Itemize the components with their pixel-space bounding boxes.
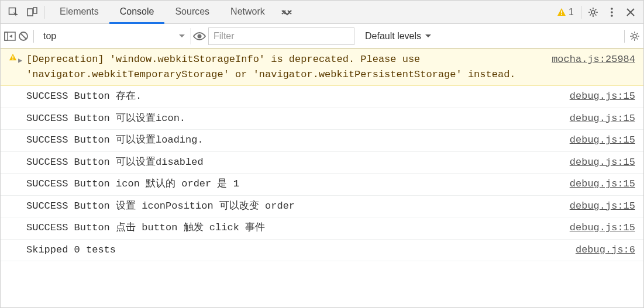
warnings-badge[interactable]: 1: [552, 7, 578, 18]
levels-label: Default levels: [365, 31, 421, 41]
log-source-link[interactable]: debug.js:15: [558, 89, 635, 104]
log-message: SUCCESS Button 设置 iconPosition 可以改变 orde…: [26, 199, 558, 214]
svg-point-8: [611, 15, 613, 17]
log-message: SUCCESS Button 可以设置icon.: [26, 111, 558, 126]
log-row: ▶[Deprecation] 'window.webkitStorageInfo…: [1, 49, 643, 86]
log-gutter: ▶: [9, 52, 26, 66]
warning-icon: [9, 53, 17, 61]
log-gutter: [9, 220, 26, 222]
divider: [44, 6, 44, 19]
log-levels-selector[interactable]: Default levels: [357, 31, 440, 41]
log-message: SUCCESS Button 可以设置disabled: [26, 155, 558, 170]
divider: [624, 30, 625, 43]
log-gutter: [9, 155, 26, 156]
tab-sources[interactable]: Sources: [164, 1, 220, 24]
device-toolbar-icon[interactable]: [23, 3, 42, 22]
tab-console[interactable]: Console: [109, 1, 165, 24]
log-gutter: [9, 243, 26, 244]
live-expression-icon[interactable]: [193, 32, 206, 41]
tab-network[interactable]: Network: [220, 1, 275, 24]
svg-rect-14: [12, 56, 13, 58]
log-row: SUCCESS Button 存在.debug.js:15: [1, 86, 643, 108]
log-gutter: [9, 89, 26, 90]
console-settings-icon[interactable]: [629, 31, 640, 41]
console-toolbar: top Default levels: [1, 24, 643, 49]
console-log-list: ▶[Deprecation] 'window.webkitStorageInfo…: [1, 49, 643, 261]
log-message: SUCCESS Button 存在.: [26, 89, 558, 104]
log-source-link[interactable]: debug.js:6: [564, 243, 635, 258]
log-gutter: [9, 177, 26, 178]
tab-elements[interactable]: Elements: [49, 1, 109, 24]
log-gutter: [9, 199, 26, 200]
log-message: SUCCESS Button icon 默认的 order 是 1: [26, 177, 558, 192]
log-source-link[interactable]: mocha.js:25984: [540, 52, 635, 67]
log-message: [Deprecation] 'window.webkitStorageInfo'…: [26, 52, 540, 82]
close-icon[interactable]: [621, 3, 640, 22]
svg-point-5: [591, 11, 595, 14]
warnings-count: 1: [569, 7, 574, 18]
svg-point-7: [611, 11, 613, 13]
divider: [33, 30, 34, 43]
svg-rect-15: [12, 59, 13, 60]
svg-point-6: [611, 8, 613, 10]
svg-rect-2: [33, 8, 37, 13]
context-selector[interactable]: top: [39, 28, 191, 44]
log-row: SUCCESS Button 点击 button 触发 click 事件debu…: [1, 217, 643, 240]
divider: [581, 6, 581, 19]
log-source-link[interactable]: debug.js:15: [558, 199, 635, 214]
log-row: SUCCESS Button 可以设置icon.debug.js:15: [1, 108, 643, 130]
log-row: SUCCESS Button 设置 iconPosition 可以改变 orde…: [1, 196, 643, 218]
log-gutter: [9, 133, 26, 134]
log-gutter: [9, 111, 26, 112]
svg-point-13: [633, 34, 636, 38]
log-source-link[interactable]: debug.js:15: [558, 177, 635, 192]
svg-rect-1: [27, 9, 33, 16]
svg-rect-3: [561, 11, 562, 13]
svg-point-12: [198, 34, 202, 38]
log-message: SUCCESS Button 可以设置loading.: [26, 133, 558, 148]
log-source-link[interactable]: debug.js:15: [558, 111, 635, 126]
log-row: Skipped 0 testsdebug.js:6: [1, 240, 643, 262]
log-row: SUCCESS Button 可以设置disableddebug.js:15: [1, 152, 643, 174]
more-menu-icon[interactable]: [602, 3, 621, 22]
panel-tabs: Elements Console Sources Network: [49, 1, 275, 23]
log-message: SUCCESS Button 点击 button 触发 click 事件: [26, 220, 558, 236]
context-label: top: [43, 31, 56, 41]
toggle-sidebar-icon[interactable]: [4, 32, 16, 41]
log-row: SUCCESS Button 可以设置loading.debug.js:15: [1, 130, 643, 152]
svg-rect-10: [5, 32, 8, 40]
log-source-link[interactable]: debug.js:15: [558, 133, 635, 148]
devtools-toolbar: Elements Console Sources Network 1: [1, 1, 643, 24]
expand-triangle-icon[interactable]: ▶: [18, 56, 22, 66]
svg-rect-4: [561, 14, 562, 15]
clear-console-icon[interactable]: [18, 31, 29, 41]
inspect-element-icon[interactable]: [4, 3, 23, 22]
filter-input[interactable]: [208, 27, 354, 45]
tabs-overflow-icon[interactable]: [275, 8, 299, 16]
log-source-link[interactable]: debug.js:15: [558, 155, 635, 170]
log-source-link[interactable]: debug.js:15: [558, 220, 635, 236]
chevron-down-icon: [178, 34, 185, 39]
log-message: Skipped 0 tests: [26, 243, 564, 258]
settings-icon[interactable]: [584, 3, 602, 22]
log-row: SUCCESS Button icon 默认的 order 是 1debug.j…: [1, 174, 643, 196]
